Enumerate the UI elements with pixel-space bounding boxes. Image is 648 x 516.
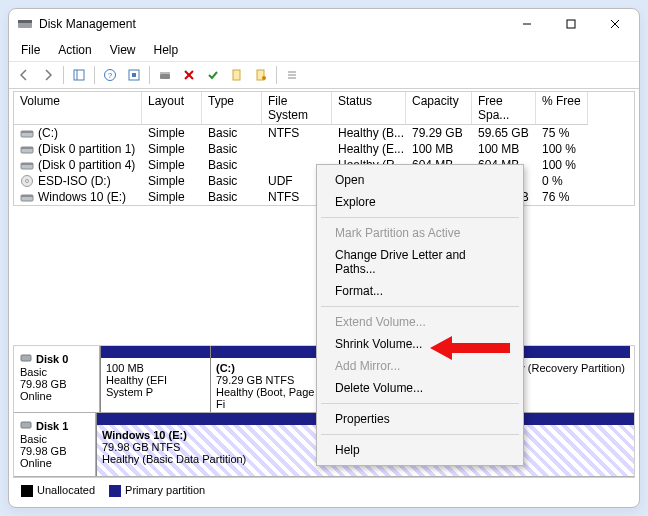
menu-separator xyxy=(321,434,519,435)
volume-free: 59.65 GB xyxy=(472,125,536,141)
volume-pct: 76 % xyxy=(536,189,588,205)
context-item-mark-partition-as-active: Mark Partition as Active xyxy=(319,222,521,244)
title-bar: Disk Management xyxy=(9,9,639,39)
svg-rect-6 xyxy=(74,70,84,80)
volume-free: 100 MB xyxy=(472,141,536,157)
forward-icon[interactable] xyxy=(37,64,59,86)
drive-icon xyxy=(20,126,34,140)
delete-icon[interactable] xyxy=(178,64,200,86)
volume-name: (Disk 0 partition 1) xyxy=(38,142,135,156)
context-item-explore[interactable]: Explore xyxy=(319,191,521,213)
check-icon[interactable] xyxy=(202,64,224,86)
volume-type: Basic xyxy=(202,157,262,173)
volume-fs xyxy=(262,141,332,157)
volume-type: Basic xyxy=(202,141,262,157)
maximize-button[interactable] xyxy=(549,10,593,38)
volume-row[interactable]: (C:)SimpleBasicNTFSHealthy (B...79.29 GB… xyxy=(14,125,634,141)
window-title: Disk Management xyxy=(39,17,505,31)
volume-pct: 0 % xyxy=(536,173,588,189)
partition-status: Healthy (EFI System P xyxy=(106,374,205,398)
toolbar-separator xyxy=(149,66,150,84)
volume-layout: Simple xyxy=(142,125,202,141)
volume-layout: Simple xyxy=(142,157,202,173)
partition-size: 79.29 GB NTFS xyxy=(216,374,325,386)
volume-type: Basic xyxy=(202,125,262,141)
disk-name: Disk 0 xyxy=(36,353,68,365)
disk-icon xyxy=(20,352,32,366)
volume-status: Healthy (B... xyxy=(332,125,406,141)
drive-icon xyxy=(20,190,34,204)
col-status[interactable]: Status xyxy=(332,92,406,125)
context-item-format[interactable]: Format... xyxy=(319,280,521,302)
drive-icon xyxy=(20,142,34,156)
svg-marker-33 xyxy=(430,336,510,360)
new-icon[interactable] xyxy=(226,64,248,86)
disk-status: Online xyxy=(20,457,89,469)
menu-separator xyxy=(321,403,519,404)
show-hide-tree-icon[interactable] xyxy=(68,64,90,86)
volume-name: Windows 10 (E:) xyxy=(38,190,126,204)
disk-icon xyxy=(20,419,32,433)
back-icon[interactable] xyxy=(13,64,35,86)
context-item-properties[interactable]: Properties xyxy=(319,408,521,430)
annotation-arrow xyxy=(430,334,510,365)
col-type[interactable]: Type xyxy=(202,92,262,125)
disc-icon xyxy=(20,174,34,188)
legend: Unallocated Primary partition xyxy=(13,477,635,503)
svg-rect-3 xyxy=(567,20,575,28)
partition-color-bar xyxy=(101,346,210,358)
toolbar-separator xyxy=(276,66,277,84)
menu-file[interactable]: File xyxy=(13,41,48,59)
volume-pct: 100 % xyxy=(536,157,588,173)
volume-type: Basic xyxy=(202,189,262,205)
eject-icon[interactable] xyxy=(154,64,176,86)
menu-help[interactable]: Help xyxy=(146,41,187,59)
col-freespace[interactable]: Free Spa... xyxy=(472,92,536,125)
toolbar-separator xyxy=(63,66,64,84)
app-icon xyxy=(17,16,33,32)
svg-rect-12 xyxy=(160,72,170,74)
drive-icon xyxy=(20,158,34,172)
col-capacity[interactable]: Capacity xyxy=(406,92,472,125)
svg-text:?: ? xyxy=(108,71,113,80)
svg-rect-30 xyxy=(21,195,33,197)
partition[interactable]: (C:)79.29 GB NTFSHealthy (Boot, Page Fi xyxy=(210,346,330,412)
help-icon[interactable]: ? xyxy=(99,64,121,86)
svg-rect-15 xyxy=(233,70,240,80)
menu-view[interactable]: View xyxy=(102,41,144,59)
disk-size: 79.98 GB xyxy=(20,378,93,390)
volume-fs: NTFS xyxy=(262,125,332,141)
list-icon[interactable] xyxy=(281,64,303,86)
volume-capacity: 100 MB xyxy=(406,141,472,157)
volume-row[interactable]: (Disk 0 partition 1)SimpleBasicHealthy (… xyxy=(14,141,634,157)
properties-icon[interactable] xyxy=(250,64,272,86)
svg-rect-22 xyxy=(21,131,33,133)
context-item-open[interactable]: Open xyxy=(319,169,521,191)
refresh-icon[interactable] xyxy=(123,64,145,86)
col-layout[interactable]: Layout xyxy=(142,92,202,125)
disk-type: Basic xyxy=(20,433,89,445)
volume-capacity: 79.29 GB xyxy=(406,125,472,141)
svg-rect-11 xyxy=(160,74,170,79)
svg-rect-31 xyxy=(21,355,31,361)
context-item-help[interactable]: Help xyxy=(319,439,521,461)
volume-pct: 100 % xyxy=(536,141,588,157)
partition[interactable]: 100 MBHealthy (EFI System P xyxy=(100,346,210,412)
toolbar-separator xyxy=(94,66,95,84)
disk-status: Online xyxy=(20,390,93,402)
context-item-delete-volume[interactable]: Delete Volume... xyxy=(319,377,521,399)
volume-layout: Simple xyxy=(142,189,202,205)
context-item-change-drive-letter-and-paths[interactable]: Change Drive Letter and Paths... xyxy=(319,244,521,280)
col-volume[interactable]: Volume xyxy=(14,92,142,125)
col-pctfree[interactable]: % Free xyxy=(536,92,588,125)
close-button[interactable] xyxy=(593,10,637,38)
minimize-button[interactable] xyxy=(505,10,549,38)
col-filesystem[interactable]: File System xyxy=(262,92,332,125)
partition-status: Healthy (Boot, Page Fi xyxy=(216,386,325,410)
menu-action[interactable]: Action xyxy=(50,41,99,59)
svg-rect-24 xyxy=(21,147,33,149)
volume-pct: 75 % xyxy=(536,125,588,141)
volume-name: (C:) xyxy=(38,126,58,140)
menu-separator xyxy=(321,306,519,307)
menu-bar: File Action View Help xyxy=(9,39,639,61)
